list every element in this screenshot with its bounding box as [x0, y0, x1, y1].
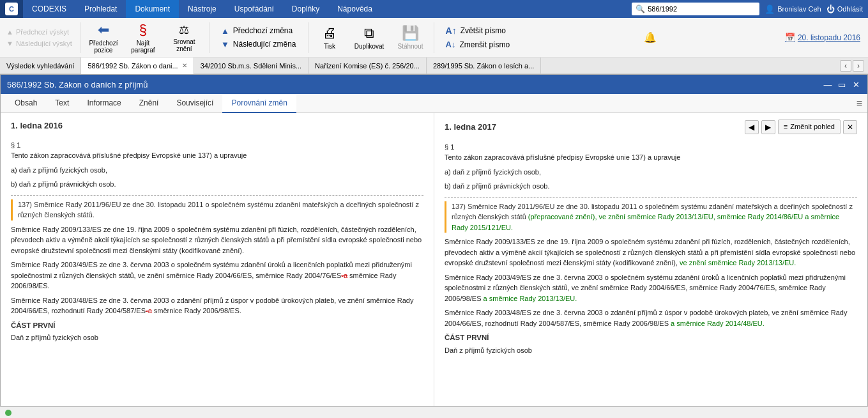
- zoom-out-button[interactable]: A↓ Zmenšit písmo: [443, 39, 513, 50]
- comp-next-button[interactable]: ▶: [761, 120, 775, 134]
- prev-pos-icon: ⬅: [98, 22, 109, 38]
- duplicate-button[interactable]: ⧉ Duplikovat: [349, 21, 390, 54]
- tab-34-2010[interactable]: 34/2010 Sb.m.s. Sdělení Minis...: [194, 58, 308, 74]
- toolbar: ▲ Předchozí výskyt ▼ Následující výskyt …: [0, 18, 868, 58]
- right-header: 1. ledna 2017 ◀ ▶ ≡ Změnit pohled ✕: [445, 120, 857, 137]
- right-part-title: Daň z příjmů fyzických osob: [445, 345, 857, 356]
- separator-3: [308, 22, 308, 53]
- minimize-button[interactable]: —: [823, 79, 833, 89]
- tab-next-button[interactable]: ›: [853, 60, 864, 72]
- right-intro: Tento zákon zapracovává příslušné předpi…: [445, 152, 857, 163]
- calendar-icon: 📅: [785, 33, 795, 42]
- left-footnote-137-text: 137) Směrnice Rady 2011/96/EU ze dne 30.…: [18, 201, 419, 219]
- prev-next-group: ▲ Předchozí výskyt ▼ Následující výskyt: [3, 20, 76, 56]
- right-date: 1. ledna 2017: [445, 121, 745, 134]
- tab-zakon-289-label: 289/1995 Sb. Zákon o lesích a...: [433, 62, 534, 70]
- left-para3-strike: -a: [341, 272, 347, 279]
- prev-pos-label: Předchozí pozice: [89, 40, 118, 54]
- tab-close-icon[interactable]: ✕: [182, 62, 187, 69]
- username-label: Bronislav Ceh: [777, 5, 821, 13]
- inner-tab-souvisejici[interactable]: Související: [167, 94, 222, 113]
- close-window-button[interactable]: ✕: [851, 79, 861, 89]
- comp-prev-button[interactable]: ◀: [745, 120, 759, 134]
- print-button[interactable]: 🖨 Tisk: [312, 21, 347, 54]
- download-button[interactable]: 💾 Stáhnout: [392, 21, 430, 54]
- left-para3: Směrnice Rady 2003/49/ES ze dne 3. červn…: [11, 259, 423, 291]
- print-icon: 🖨: [323, 25, 337, 42]
- right-para2-added: ve znění směrnice Rady 2013/13/EU.: [680, 259, 796, 267]
- app-logo[interactable]: C: [0, 0, 23, 18]
- find-para-button[interactable]: § Najít paragraf: [124, 21, 162, 54]
- comp-close-button[interactable]: ✕: [843, 120, 857, 134]
- prev-change-button[interactable]: ▲ Předchozí změna: [218, 26, 299, 36]
- right-part-first: ČÁST PRVNÍ: [445, 332, 857, 343]
- logout-button[interactable]: ⏻ Odhlásit: [826, 4, 863, 14]
- comp-nav-buttons: ◀ ▶ ≡ Změnit pohled ✕: [745, 120, 857, 134]
- status-bar: [0, 406, 868, 418]
- separator-2: [209, 22, 209, 53]
- date-label: 20. listopadu 2016: [798, 33, 860, 42]
- inner-tab-porovnani[interactable]: Porovnání změn: [222, 94, 296, 113]
- right-footnote-137: 137) Směrnice Rady 2011/96/EU ze dne 30.…: [445, 201, 857, 233]
- next-change-button[interactable]: ▼ Následující změna: [218, 39, 299, 50]
- tabs-bar: Výsledek vyhledávání 586/1992 Sb. Zákon …: [0, 58, 868, 74]
- tab-zakon-586[interactable]: 586/1992 Sb. Zákon o dani... ✕: [81, 58, 194, 74]
- left-part-title: Daň z příjmů fyzických osob: [11, 332, 423, 343]
- nav-usporadani[interactable]: Uspořádání: [225, 0, 283, 18]
- next-result-icon: ▼: [6, 40, 13, 47]
- left-item-a: a) daň z příjmů fyzických osob,: [11, 165, 423, 176]
- separator-1: [80, 22, 80, 53]
- inner-tab-zneni[interactable]: Znění: [130, 94, 168, 113]
- duplicate-label: Duplikovat: [354, 43, 385, 50]
- comparison-container: 1. ledna 2016 § 1 Tento zákon zapracováv…: [1, 113, 867, 406]
- maximize-button[interactable]: ▭: [837, 79, 847, 89]
- inner-tabs: Obsah Text Informace Znění Související P…: [1, 94, 867, 113]
- inner-tab-text[interactable]: Text: [46, 94, 78, 113]
- find-para-icon: §: [139, 22, 147, 38]
- comp-change-view-button[interactable]: ≡ Změnit pohled: [778, 120, 841, 134]
- tab-prev-button[interactable]: ‹: [840, 60, 851, 72]
- right-para-marker: § 1: [445, 142, 857, 153]
- right-para2: Směrnice Rady 2009/133/ES ze dne 19. říj…: [445, 236, 857, 268]
- next-result-button[interactable]: ▼ Následující výskyt: [3, 38, 76, 49]
- font-size-group: A↑ Zvětšit písmo A↓ Zmenšit písmo: [438, 20, 518, 56]
- compare-button[interactable]: ⚖ Srovnat znění: [164, 21, 205, 54]
- right-dotted-1: [445, 197, 857, 197]
- nav-codexis[interactable]: CODEXIS: [23, 0, 75, 18]
- left-date: 1. ledna 2016: [11, 120, 423, 132]
- left-part-first: ČÁST PRVNÍ: [11, 320, 423, 331]
- logout-label: Odhlásit: [837, 5, 863, 13]
- prev-result-button[interactable]: ▲ Předchozí výskyt: [3, 27, 76, 37]
- logout-icon: ⏻: [826, 4, 835, 14]
- search-input[interactable]: [648, 5, 743, 13]
- nav-prohledat[interactable]: Prohledat: [75, 0, 126, 18]
- left-section-1: § 1 Tento zákon zapracovává příslušné př…: [11, 140, 423, 190]
- doc-window: 586/1992 Sb. Zákon o daních z příjmů — ▭…: [0, 74, 868, 406]
- sound-icon: 🔔: [644, 31, 657, 43]
- left-para4: Směrnice Rady 2003/48/ES ze dne 3. červn…: [11, 295, 423, 316]
- top-nav-bar: C CODEXIS Prohledat Dokument Nástroje Us…: [0, 0, 868, 18]
- tab-zakon-289[interactable]: 289/1995 Sb. Zákon o lesích a...: [427, 58, 541, 74]
- nav-napoveda[interactable]: Nápověda: [328, 0, 381, 18]
- duplicate-icon: ⧉: [364, 25, 374, 42]
- tab-results[interactable]: Výsledek vyhledávání: [0, 58, 81, 74]
- tab-narizeni[interactable]: Nařízení Komise (ES) č. 256/20...: [308, 58, 427, 74]
- nav-nastroje[interactable]: Nástroje: [179, 0, 225, 18]
- left-intro: Tento zákon zapracovává příslušné předpi…: [11, 150, 423, 161]
- nav-dokument[interactable]: Dokument: [126, 0, 179, 18]
- nav-doplnky[interactable]: Doplňky: [283, 0, 328, 18]
- search-box: 🔍: [632, 3, 759, 15]
- menu-lines-icon[interactable]: ≡: [857, 98, 862, 109]
- compare-icon: ⚖: [179, 23, 189, 37]
- prev-pos-button[interactable]: ⬅ Předchozí pozice: [84, 21, 123, 54]
- inner-tab-informace[interactable]: Informace: [78, 94, 130, 113]
- zoom-in-icon: A↑: [446, 26, 457, 36]
- inner-tab-obsah[interactable]: Obsah: [6, 94, 46, 113]
- date-button[interactable]: 📅 20. listopadu 2016: [785, 33, 865, 42]
- user-area: 👤 Bronislav Ceh: [765, 4, 821, 14]
- find-para-label: Najít paragraf: [130, 40, 156, 54]
- right-para3: Směrnice Rady 2003/49/ES ze dne 3. červn…: [445, 272, 857, 304]
- top-nav-right: 🔍 👤 Bronislav Ceh ⏻ Odhlásit: [632, 3, 863, 15]
- zoom-in-button[interactable]: A↑ Zvětšit písmo: [443, 25, 513, 36]
- prev-result-label: Předchozí výskyt: [16, 28, 69, 36]
